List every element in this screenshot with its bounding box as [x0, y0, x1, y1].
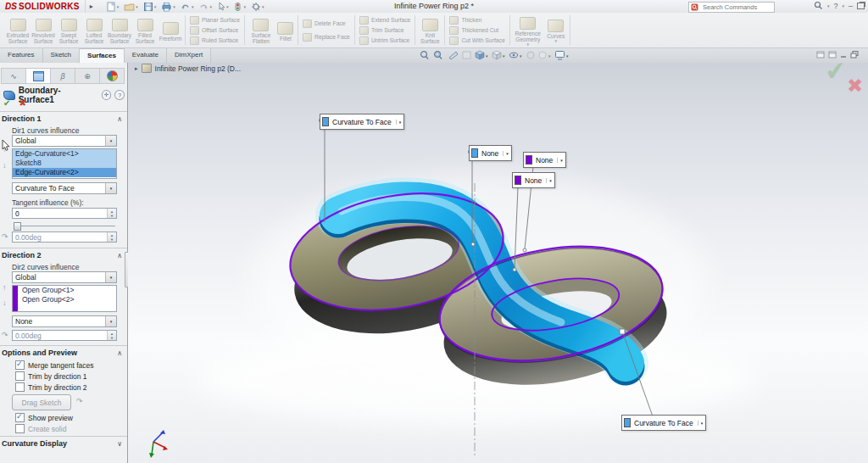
hide-show-items-icon[interactable]: ▾ — [510, 53, 523, 59]
direction1-header[interactable]: Direction 1 ∧ — [2, 114, 125, 123]
configurationmanager-tab[interactable]: β — [51, 68, 75, 84]
thickened-cut-button[interactable]: Thickened Cut — [449, 25, 504, 35]
minimize-button[interactable]: – — [849, 2, 853, 10]
dir2-angle-input[interactable]: 0.00deg ▲▼ — [12, 330, 117, 341]
displaymanager-tab[interactable] — [100, 68, 125, 84]
tree-item-label[interactable]: Infinite Power Ring p2 (D... — [155, 64, 242, 73]
tab-features[interactable]: Features — [0, 48, 43, 63]
confirm-cancel-icon[interactable]: ✖ — [847, 75, 863, 98]
merge-tangent-faces-checkbox[interactable] — [15, 360, 25, 370]
untrim-surface-button[interactable]: Untrim Surface — [359, 36, 410, 45]
propertymanager-tab[interactable] — [26, 68, 51, 84]
view-settings-icon[interactable]: ▾ — [556, 52, 570, 60]
drag-sketch-button[interactable]: Drag Sketch — [12, 394, 71, 410]
new-file-button[interactable]: ▾ — [104, 2, 121, 12]
trim-direction2-checkbox[interactable] — [15, 382, 25, 392]
zoom-to-fit-icon[interactable] — [421, 52, 428, 59]
tab-sketch[interactable]: Sketch — [43, 48, 80, 63]
offset-surface-button[interactable]: Offset Surface — [190, 25, 240, 35]
ruled-surface-button[interactable]: Ruled Surface — [190, 36, 240, 45]
open-file-button[interactable]: ▾ — [122, 2, 140, 12]
delete-face-button[interactable]: Delete Face — [303, 17, 350, 30]
direction2-header[interactable]: Direction 2 ∧ — [2, 251, 125, 259]
previous-view-icon[interactable] — [463, 52, 470, 59]
display-style-icon[interactable]: ▾ — [492, 51, 505, 59]
caret-down-icon[interactable]: ▾ — [396, 120, 402, 125]
thicken-button[interactable]: Thicken — [449, 15, 504, 25]
callout-curvature-to-face-bottom[interactable]: Curvature To Face ▾ — [621, 415, 706, 431]
slider-handle[interactable] — [14, 222, 21, 231]
tab-evaluate[interactable]: Evaluate — [125, 48, 167, 63]
move-down-button[interactable]: ↓ — [3, 161, 7, 170]
search-input[interactable] — [701, 3, 772, 12]
featuremanager-tab[interactable]: ∿ — [1, 68, 26, 84]
help-button[interactable]: ? — [833, 2, 837, 10]
window-new-icon[interactable] — [817, 52, 824, 58]
pin-icon[interactable]: ✛ — [102, 90, 112, 100]
confirm-ok-icon[interactable]: ✔ — [823, 63, 848, 86]
lofted-surface-button[interactable]: LoftedSurface — [81, 16, 107, 44]
list-item[interactable]: Edge-Curvature<1> — [13, 149, 116, 159]
tangent-influence-input[interactable]: 0 ▲▼ — [12, 208, 117, 219]
caret-down-icon[interactable]: ▾ — [503, 151, 509, 156]
tab-dimxpert[interactable]: DimXpert — [167, 48, 211, 63]
spinner-buttons[interactable]: ▲▼ — [107, 232, 116, 242]
restore-button[interactable] — [857, 3, 865, 9]
flyout-feature-tree[interactable]: ▸ Infinite Power Ring p2 (D... — [135, 64, 241, 73]
redo-button[interactable]: ▾ — [197, 2, 214, 12]
options-header[interactable]: Options and Preview ∧ — [2, 349, 125, 357]
undo-drag-icon[interactable]: ↷ — [76, 397, 83, 405]
zoom-to-area-icon[interactable] — [435, 52, 442, 59]
dir1-tangency-combo[interactable]: Curvature To Face ▾ — [12, 182, 117, 194]
callout-none-purple-2[interactable]: None ▾ — [512, 172, 555, 188]
list-item[interactable]: Open Group<1> — [13, 286, 116, 295]
rebuild-button[interactable]: ▾ — [231, 2, 248, 12]
search-commands-box[interactable] — [688, 2, 775, 13]
show-preview-checkbox[interactable] — [15, 413, 25, 422]
dimxpertmanager-tab[interactable]: ⊕ — [75, 68, 100, 84]
options-button[interactable]: ▾ — [249, 2, 266, 12]
planar-surface-button[interactable]: Planar Surface — [190, 15, 240, 25]
caret-down-icon[interactable]: ▾ — [557, 158, 563, 163]
spinner-buttons[interactable]: ▲▼ — [107, 331, 116, 340]
tab-surfaces[interactable]: Surfaces — [80, 48, 125, 63]
view-orientation-icon[interactable]: ▾ — [476, 51, 488, 59]
dir1-influence-combo[interactable]: Global ▾ — [12, 135, 117, 147]
ok-button[interactable]: ✔ — [3, 98, 10, 108]
reference-geometry-button[interactable]: ReferenceGeometry▾ — [512, 14, 544, 47]
dir2-curve-list[interactable]: Open Group<1> Open Group<2> — [12, 285, 117, 312]
filled-surface-button[interactable]: FilledSurface — [132, 16, 158, 44]
dir2-influence-combo[interactable]: Global ▾ — [12, 271, 117, 283]
cancel-button[interactable]: ✖ — [19, 98, 25, 108]
print-button[interactable]: ▾ — [159, 2, 177, 12]
callout-none-blue[interactable]: None ▾ — [469, 145, 512, 161]
tangent-influence-slider[interactable] — [14, 222, 115, 229]
caret-down-icon[interactable]: ▾ — [698, 421, 704, 426]
list-item[interactable]: Edge-Curvature<2> — [13, 168, 116, 177]
window-restore-icon[interactable] — [851, 52, 858, 59]
dir2-tangency-combo[interactable]: None ▾ — [12, 315, 117, 327]
edit-appearance-icon[interactable] — [527, 52, 534, 59]
list-item[interactable]: Open Group<2> — [13, 295, 116, 304]
search-icon[interactable] — [814, 1, 823, 10]
graphics-viewport[interactable]: ▸ Infinite Power Ring p2 (D... ✔ ✖ Curva… — [128, 63, 868, 463]
dir1-angle-input[interactable]: 0.00deg ▲▼ — [12, 232, 117, 243]
save-button[interactable]: ▾ — [142, 2, 159, 12]
callout-none-purple-1[interactable]: None ▾ — [523, 152, 566, 168]
apply-scene-icon[interactable]: ▾ — [539, 52, 551, 59]
cut-with-surface-button[interactable]: Cut With Surface — [449, 36, 504, 45]
list-item[interactable]: Sketch8 — [13, 159, 116, 168]
surface-flatten-button[interactable]: SurfaceFlatten — [247, 16, 275, 44]
trim-surface-button[interactable]: Trim Surface — [359, 25, 410, 35]
callout-curvature-to-face-top[interactable]: Curvature To Face ▾ — [320, 114, 404, 130]
section-view-icon[interactable] — [449, 52, 458, 59]
swept-surface-button[interactable]: SweptSurface — [56, 16, 81, 44]
boundary-surface-button[interactable]: BoundarySurface — [107, 16, 132, 44]
caret-down-icon[interactable]: ▾ — [546, 178, 552, 183]
caret-down-icon[interactable]: ▾ — [827, 3, 830, 8]
curvature-display-header[interactable]: Curvature Display ∨ — [2, 439, 125, 448]
window-cascade-icon[interactable] — [829, 52, 836, 58]
menu-flyout-icon[interactable]: ▸ — [86, 3, 97, 10]
trim-direction1-checkbox[interactable] — [15, 371, 25, 381]
curves-button[interactable]: Curves▾ — [544, 17, 568, 43]
